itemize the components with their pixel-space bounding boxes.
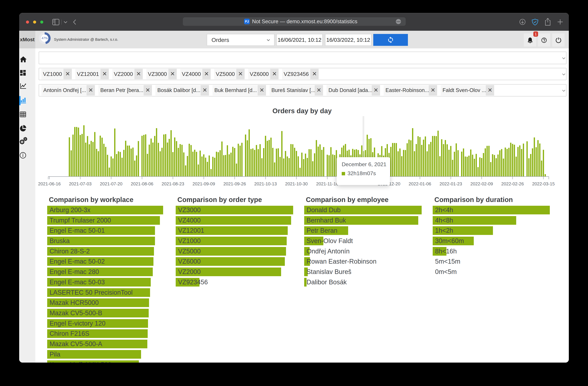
svg-text:2021-11-16: 2021-11-16	[316, 181, 338, 186]
svg-text:2022-03-15: 2022-03-15	[532, 181, 555, 186]
svg-text:2021-07-20: 2021-07-20	[100, 181, 122, 186]
svg-text:2021-08-06: 2021-08-06	[131, 181, 153, 186]
svg-text:2022-01-23: 2022-01-23	[440, 181, 462, 186]
svg-text:2021-08-23: 2021-08-23	[162, 181, 184, 186]
svg-text:2021-07-03: 2021-07-03	[69, 181, 91, 186]
svg-text:2022-01-06: 2022-01-06	[409, 181, 431, 186]
svg-text:2021-09-09: 2021-09-09	[192, 181, 215, 186]
svg-text:2021-10-30: 2021-10-30	[285, 181, 308, 186]
svg-text:2022-02-26: 2022-02-26	[501, 181, 524, 186]
svg-text:2021-06-16: 2021-06-16	[38, 181, 61, 186]
svg-text:2021-09-26: 2021-09-26	[223, 181, 246, 186]
svg-text:2022-02-09: 2022-02-09	[470, 181, 493, 186]
svg-text:2021-10-13: 2021-10-13	[254, 181, 277, 186]
